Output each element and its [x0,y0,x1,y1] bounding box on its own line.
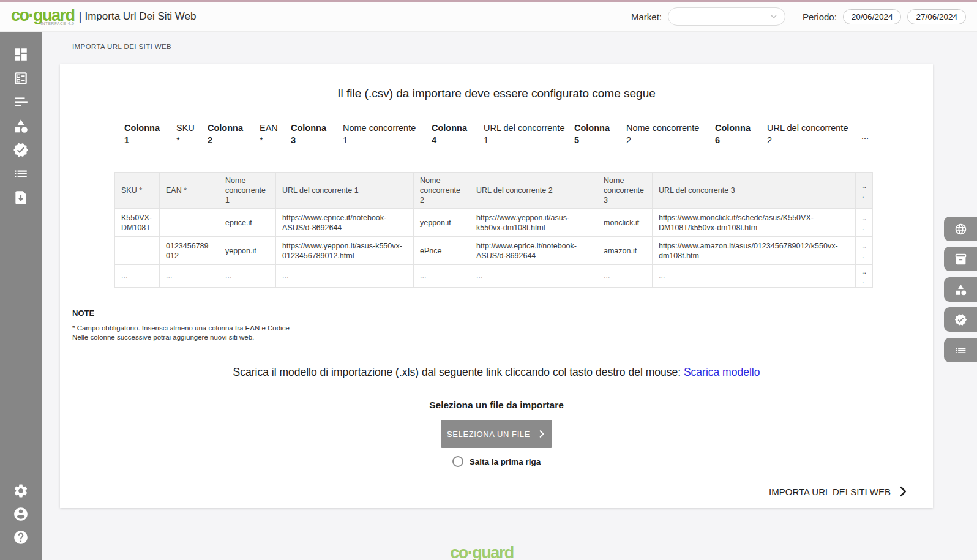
breadcrumb: IMPORTA URL DEI SITI WEB [72,43,171,50]
table-cell: K550VX-DM108T [115,209,160,237]
market-select[interactable] [668,7,785,26]
table-header-cell: SKU * [115,173,160,209]
footer-logo: co·guard [450,543,514,560]
spec-colonna-1: Colonna1 [124,122,176,146]
help-icon[interactable] [13,529,29,545]
spec-value-sku: SKU* [176,122,208,146]
verified-toolbar-button[interactable] [944,307,977,332]
ballot-icon[interactable] [13,70,29,86]
chevron-right-icon [897,485,908,498]
dashboard-icon[interactable] [13,47,29,62]
table-cell: ... [856,209,873,237]
spec-colonna-4: Colonna4 [432,122,484,146]
table-cell: ... [653,265,856,288]
table-cell: ... [470,265,597,288]
sidebar-bottom-group [13,483,29,560]
left-sidebar [0,32,42,560]
skip-first-row-radio[interactable] [452,456,463,467]
table-cell: ... [856,237,873,265]
table-cell [160,209,219,237]
table-header-row: SKU * EAN * Nome concorrente 1 URL del c… [115,173,873,209]
table-cell: yeppon.it [219,237,276,265]
table-row: ... ... ... ... ... ... ... ... ... [115,265,873,288]
spec-value-ean: EAN* [260,122,291,146]
spec-value-nome-2: Nome concorrente2 [626,122,715,146]
download-text: Scarica il modello di importazione (.xls… [233,366,684,378]
top-header: co·guard INTERFACE 4.0 | Importa Url Dei… [0,0,977,32]
app-logo[interactable]: co·guard INTERFACE 4.0 [11,8,75,26]
shapes-icon[interactable] [13,118,29,134]
shapes-toolbar-button[interactable] [944,277,977,302]
globe-icon [954,223,967,236]
spec-colonna-6: Colonna6 [715,122,767,146]
header-controls: Market: Periodo: 20/06/2024 27/06/2024 [631,7,966,26]
table-header-cell: EAN * [160,173,219,209]
spec-value-url-2: URL del concorrente2 [767,122,861,146]
import-urls-action[interactable]: IMPORTA URL DEI SITI WEB [769,485,908,498]
sort-lines-icon[interactable] [13,94,29,110]
table-cell: https://www.yeppon.it/asus-k550vx-012345… [276,237,414,265]
table-cell: monclick.it [597,209,653,237]
table-cell: https://www.amazon.it/asus/0123456789012… [653,237,856,265]
table-row: K550VX-DM108T eprice.it https://www.epri… [115,209,873,237]
download-template-link[interactable]: Scarica modello [684,366,760,378]
date-from-button[interactable]: 20/06/2024 [843,9,902,24]
spec-value-nome-1: Nome concorrente1 [343,122,432,146]
date-to-button[interactable]: 27/06/2024 [907,9,966,24]
archive-toolbar-button[interactable] [944,247,977,271]
table-cell: ... [115,265,160,288]
table-header-cell: Nome concorrente 1 [219,173,276,209]
table-cell: ... [160,265,219,288]
notes-title: NOTE [72,308,933,318]
page-title: Importa Url Dei Siti Web [84,10,196,23]
table-cell: eprice.it [219,209,276,237]
table-cell: https://www.monclick.it/schede/asus/K550… [653,209,856,237]
table-cell: yeppon.it [414,209,470,237]
table-cell: https://www.yeppon.it/asus-k550vx-dm108t… [470,209,597,237]
skip-first-row-option: Salta la prima riga [60,456,933,467]
list-icon[interactable] [13,166,29,182]
list-toolbar-button[interactable] [944,338,977,362]
table-cell: https://www.eprice.it/notebook-ASUS/d-86… [276,209,414,237]
table-header-cell: Nome concorrente 2 [414,173,470,209]
main-content: IMPORTA URL DEI SITI WEB Il file (.csv) … [42,32,977,560]
table-header-cell: URL del concorrente 1 [276,173,414,209]
chevron-right-icon [537,430,546,438]
list-icon [954,344,967,357]
card-title: Il file (.csv) da importare deve essere … [60,87,933,100]
table-cell: ... [276,265,414,288]
table-cell [115,237,160,265]
table-cell: ... [856,265,873,288]
archive-box-icon [954,253,967,266]
table-cell: ... [219,265,276,288]
title-separator: | [79,10,82,23]
notes-line-2: Nelle colonne successive potrai aggiunge… [72,333,933,342]
globe-toolbar-button[interactable] [944,217,977,241]
table-cell: http://www.eprice.it/notebook-ASUS/d-869… [470,237,597,265]
skip-first-row-label: Salta la prima riga [470,457,541,466]
select-file-button-label: SELEZIONA UN FILE [447,430,530,439]
table-cell: 0123456789012 [160,237,219,265]
account-icon[interactable] [13,506,29,522]
download-row: Scarica il modello di importazione (.xls… [60,366,933,379]
table-header-cell: ... [856,173,873,209]
verified-badge-icon[interactable] [13,142,29,158]
table-cell: ... [414,265,470,288]
column-spec-row: Colonna1 SKU* Colonna2 EAN* Colonna3 Nom… [124,122,933,146]
table-cell: amazon.it [597,237,653,265]
table-header-cell: URL del concorrente 3 [653,173,856,209]
spec-value-url-1: URL del concorrente1 [484,122,574,146]
import-urls-label: IMPORTA URL DEI SITI WEB [769,487,891,497]
table-cell: ... [597,265,653,288]
shapes-icon [954,283,967,296]
table-cell: ePrice [414,237,470,265]
settings-gear-icon[interactable] [13,483,29,499]
period-label: Periodo: [803,12,837,22]
file-import-icon[interactable] [13,190,29,206]
chevron-down-icon [769,12,779,21]
select-file-button[interactable]: SELEZIONA UN FILE [441,420,552,448]
table-header-cell: Nome concorrente 3 [597,173,653,209]
spec-colonna-5: Colonna5 [574,122,626,146]
market-label: Market: [631,12,662,22]
table-header-cell: URL del concorrente 2 [470,173,597,209]
